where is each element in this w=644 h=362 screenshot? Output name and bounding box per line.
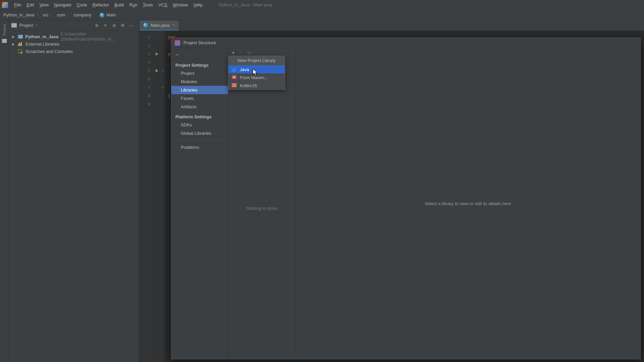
nav-heading-platform-settings: Platform Settings xyxy=(171,111,228,121)
chevron-right-icon: 〉 xyxy=(37,12,41,18)
forward-icon: → xyxy=(184,52,190,57)
menu-build[interactable]: Build xyxy=(112,1,127,9)
nav-item-facets[interactable]: Facets xyxy=(171,94,228,103)
nav-item-artifacts[interactable]: Artifacts xyxy=(171,103,228,111)
target-icon[interactable]: ⊕ xyxy=(94,22,100,28)
popup-item-label: From Maven... xyxy=(240,75,268,80)
tree-root-path: C:\Users\Win 10\IdeaProjects\Python_in_ xyxy=(60,32,139,42)
chevron-right-icon: 〉 xyxy=(51,12,55,18)
menu-navigate[interactable]: Navigate xyxy=(51,1,74,9)
crumb-src[interactable]: src xyxy=(43,12,49,17)
tab-label: Main.java xyxy=(151,23,169,28)
minus-icon: − xyxy=(239,50,243,55)
breadcrumb: Python_in_Java 〉 src 〉 com 〉 company 〉 M… xyxy=(0,10,644,20)
back-icon[interactable]: ← xyxy=(175,52,180,57)
folder-icon[interactable] xyxy=(2,39,7,43)
library-icon xyxy=(232,67,235,72)
tree-scratches-label: Scratches and Consoles xyxy=(25,49,73,54)
caret-icon[interactable]: ▶ xyxy=(12,42,16,46)
line-numbers: 123456789 xyxy=(139,31,154,362)
nav-item-libraries[interactable]: Libraries xyxy=(171,86,228,94)
popup-item-java[interactable]: Java xyxy=(228,65,285,73)
code-line: } xyxy=(168,93,170,98)
plus-icon[interactable]: + xyxy=(232,50,235,55)
chevron-right-icon: 〉 xyxy=(93,12,98,18)
collapse-icon[interactable]: ≣ xyxy=(111,22,117,28)
run-line-icon[interactable] xyxy=(154,66,160,75)
menu-file[interactable]: File xyxy=(11,1,24,9)
dialog-title: Project Structure xyxy=(183,40,216,45)
menu-edit[interactable]: Edit xyxy=(24,1,37,9)
crumb-com[interactable]: com xyxy=(57,12,65,17)
class-icon xyxy=(143,23,148,27)
nav-item-problems[interactable]: Problems xyxy=(171,143,228,152)
expand-icon[interactable]: ≡ xyxy=(102,22,108,28)
menu-refactor[interactable]: Refactor xyxy=(90,1,112,9)
nav-heading-project-settings: Project Settings xyxy=(171,59,228,69)
caret-icon[interactable]: ▶ xyxy=(12,35,16,39)
tree-external-label: External Libraries xyxy=(25,42,59,47)
class-icon xyxy=(100,13,104,17)
menu-run[interactable]: Run xyxy=(127,1,140,9)
empty-state-label: Nothing to show xyxy=(228,57,295,359)
crumb-main-label: Main xyxy=(106,12,116,17)
popup-item-label: Kotlin/JS xyxy=(240,83,257,88)
new-library-popup: New Project Library Java m From Maven...… xyxy=(228,56,285,90)
menu-window[interactable]: Window xyxy=(170,1,191,9)
popup-item-label: Java xyxy=(240,67,249,72)
nav-item-modules[interactable]: Modules xyxy=(171,77,228,86)
gear-icon[interactable]: ⚙ xyxy=(120,22,126,28)
editor-tab-bar: Main.java × xyxy=(139,20,644,31)
project-tree: ▶ Python_in_Java C:\Users\Win 10\IdeaPro… xyxy=(9,31,139,57)
project-panel: Project ▼ ⊕ ≡ ≣ ⚙ — ▶ Python_in_Java C:\… xyxy=(9,20,139,362)
crumb-company[interactable]: company xyxy=(73,12,91,17)
project-panel-title[interactable]: Project xyxy=(19,23,33,28)
separator xyxy=(175,140,224,140)
scratch-icon xyxy=(18,49,22,53)
popup-title: New Project Library xyxy=(228,56,285,65)
menu-bar: File Edit View Navigate Code Refactor Bu… xyxy=(0,0,644,10)
dialog-title-bar[interactable]: Project Structure xyxy=(171,38,640,48)
menu-code[interactable]: Code xyxy=(74,1,90,9)
maven-icon: m xyxy=(232,75,236,79)
fold-icon[interactable]: ⊖ xyxy=(160,66,165,75)
detail-placeholder: Select a library to view or edit its det… xyxy=(425,201,511,206)
chevron-down-icon[interactable]: ▼ xyxy=(35,23,38,27)
popup-item-maven[interactable]: m From Maven... xyxy=(228,73,285,81)
nav-item-project[interactable]: Project xyxy=(171,69,228,77)
dialog-nav: ← → Project Settings Project Modules Lib… xyxy=(171,48,228,359)
kotlin-icon xyxy=(232,83,236,87)
menu-vcs[interactable]: VCS xyxy=(156,1,170,9)
run-gutter xyxy=(154,31,160,362)
app-logo-icon xyxy=(175,40,180,46)
tool-window-gutter: Project xyxy=(0,20,9,362)
tree-scratches[interactable]: Scratches and Consoles xyxy=(9,48,139,55)
editor-tab-main[interactable]: Main.java × xyxy=(140,20,178,31)
chevron-right-icon: 〉 xyxy=(67,12,71,18)
folder-icon xyxy=(18,35,23,39)
nav-item-global-libraries[interactable]: Global Libraries xyxy=(171,129,228,137)
fold-gutter: ⊖⊖ xyxy=(160,31,165,362)
close-icon[interactable]: × xyxy=(173,23,175,28)
crumb-main[interactable]: Main xyxy=(100,12,116,17)
library-icon xyxy=(18,42,22,46)
folder-icon xyxy=(11,23,17,27)
dialog-detail-pane: Select a library to view or edit its det… xyxy=(296,48,640,359)
fold-icon[interactable]: ⊖ xyxy=(160,83,165,92)
nav-item-sdks[interactable]: SDKs xyxy=(171,121,228,129)
copy-icon: ⧉ xyxy=(247,50,251,56)
tree-root[interactable]: ▶ Python_in_Java C:\Users\Win 10\IdeaPro… xyxy=(9,33,139,40)
app-logo-icon xyxy=(2,2,8,8)
popup-item-kotlinjs[interactable]: Kotlin/JS xyxy=(228,81,285,89)
run-line-icon[interactable] xyxy=(154,50,160,58)
tree-root-label: Python_in_Java xyxy=(25,34,58,39)
window-title: Python_in_Java - Main.java xyxy=(219,2,272,7)
menu-view[interactable]: View xyxy=(37,1,51,9)
minimize-icon[interactable]: — xyxy=(128,22,135,28)
menu-tools[interactable]: Tools xyxy=(140,1,156,9)
project-panel-header: Project ▼ ⊕ ≡ ≣ ⚙ — xyxy=(9,20,139,31)
project-tool-label[interactable]: Project xyxy=(2,24,6,36)
dialog-library-list: + − ⧉ Nothing to show xyxy=(228,48,296,359)
crumb-project[interactable]: Python_in_Java xyxy=(3,12,35,17)
menu-help[interactable]: Help xyxy=(191,1,205,9)
